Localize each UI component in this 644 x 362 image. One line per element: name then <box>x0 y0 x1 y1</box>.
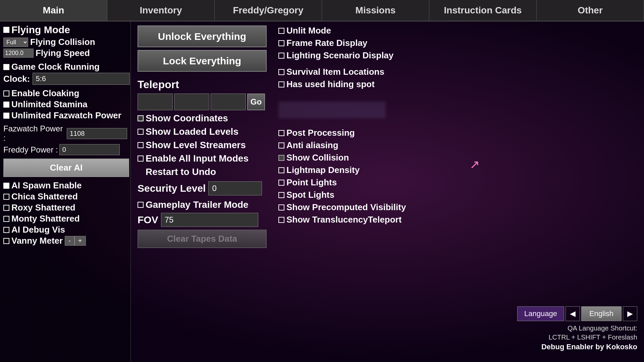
gameplay-trailer-checkbox[interactable] <box>138 202 144 208</box>
middle-panel: Unlock Everything Lock Everything Telepo… <box>131 21 272 362</box>
lock-everything-button[interactable]: Lock Everything <box>138 50 267 72</box>
roxy-shattered-checkbox[interactable] <box>3 205 9 211</box>
debug-credit: Debug Enabler by Kokosko <box>278 343 637 351</box>
show-collision-row: Show Collision <box>278 153 637 163</box>
restart-to-undo-row: Restart to Undo <box>138 167 265 177</box>
flying-collision-row: Full None Half Flying Collision <box>3 37 127 47</box>
chica-shattered-checkbox[interactable] <box>3 194 9 200</box>
tab-freddy-gregory[interactable]: Freddy/Gregory <box>215 0 322 21</box>
language-next-button[interactable]: ▶ <box>623 306 637 321</box>
game-clock-row: Game Clock Running <box>3 62 127 72</box>
lightmap-density-checkbox[interactable] <box>278 167 284 173</box>
frame-rate-checkbox[interactable] <box>278 40 284 46</box>
monty-shattered-checkbox[interactable] <box>3 216 9 222</box>
nav-tabs: Main Inventory Freddy/Gregory Missions I… <box>0 0 644 21</box>
anti-aliasing-row: Anti aliasing <box>278 140 637 150</box>
enable-all-input-row: Enable All Input Modes <box>138 153 265 164</box>
survival-item-row: Survival Item Locations <box>278 67 637 77</box>
tab-inventory[interactable]: Inventory <box>107 0 215 21</box>
unlimited-stamina-checkbox[interactable] <box>3 102 9 108</box>
unlimited-stamina-row: Unlimited Stamina <box>3 99 127 110</box>
ai-debug-row: AI Debug Vis <box>3 225 127 235</box>
clear-ai-button[interactable]: Clear AI <box>3 159 129 177</box>
qa-shortcut-keys: LCTRL + LSHIFT + Foreslash <box>278 334 637 341</box>
game-clock-checkbox[interactable] <box>3 64 9 70</box>
has-used-hiding-checkbox[interactable] <box>278 81 284 87</box>
flying-collision-select[interactable]: Full None Half <box>3 38 28 47</box>
fazwatch-power-row: Fazwatch Power : <box>3 124 127 143</box>
teleport-z-input[interactable] <box>211 94 246 110</box>
enable-all-input-checkbox[interactable] <box>138 156 144 162</box>
show-level-streamers-checkbox[interactable] <box>138 142 144 148</box>
language-display: English <box>581 306 622 321</box>
vanny-minus-button[interactable]: - <box>65 236 74 246</box>
language-label-btn: Language <box>517 306 564 321</box>
show-translucency-checkbox[interactable] <box>278 217 284 223</box>
language-prev-button[interactable]: ◀ <box>566 306 580 321</box>
clear-tapes-button[interactable]: Clear Tapes Data <box>138 230 267 248</box>
tab-instruction-cards[interactable]: Instruction Cards <box>429 0 537 21</box>
fazwatch-power-input[interactable] <box>67 128 127 139</box>
teleport-y-input[interactable] <box>174 94 209 110</box>
unlimited-fazwatch-checkbox[interactable] <box>3 113 9 119</box>
point-lights-row: Point Lights <box>278 177 637 188</box>
unlock-everything-button[interactable]: Unlock Everything <box>138 25 267 47</box>
spot-lights-row: Spot Lights <box>278 190 637 200</box>
teleport-inputs: Go <box>138 94 265 110</box>
teleport-go-button[interactable]: Go <box>247 94 265 110</box>
enable-cloaking-row: Enable Cloaking <box>3 88 127 99</box>
clock-row: Clock: <box>3 73 127 85</box>
flying-mode-checkbox[interactable] <box>3 27 9 33</box>
fov-input[interactable] <box>161 213 258 227</box>
show-loaded-levels-checkbox[interactable] <box>138 129 144 135</box>
right-panel: Unlit Mode Frame Rate Display Lighting S… <box>272 21 644 362</box>
post-processing-checkbox[interactable] <box>278 130 284 136</box>
teleport-label: Teleport <box>138 78 265 91</box>
tab-main[interactable]: Main <box>0 0 107 21</box>
main-content: Flying Mode Full None Half Flying Collis… <box>0 21 644 362</box>
freddy-power-input[interactable] <box>59 144 120 155</box>
fov-row: FOV <box>138 213 265 227</box>
has-used-hiding-row: Has used hiding spot <box>278 79 637 89</box>
freddy-power-row: Freddy Power : <box>3 144 127 155</box>
flying-speed-row: Flying Speed <box>3 48 127 58</box>
show-coordinates-row: Show Coordinates <box>138 113 265 124</box>
vanny-plus-button[interactable]: + <box>74 236 86 246</box>
lighting-scenario-checkbox[interactable] <box>278 53 284 59</box>
spot-lights-checkbox[interactable] <box>278 192 284 198</box>
security-level-input[interactable] <box>208 181 262 195</box>
show-precomputed-checkbox[interactable] <box>278 204 284 210</box>
lighting-scenario-row: Lighting Scenario Display <box>278 50 637 61</box>
survival-item-checkbox[interactable] <box>278 69 284 75</box>
show-loaded-levels-row: Show Loaded Levels <box>138 126 265 137</box>
unlit-mode-row: Unlit Mode <box>278 25 637 36</box>
vanny-meter-checkbox[interactable] <box>3 238 9 244</box>
flying-mode-row: Flying Mode <box>3 24 127 36</box>
flying-speed-input[interactable] <box>3 49 34 58</box>
unlit-mode-checkbox[interactable] <box>278 28 284 34</box>
show-coordinates-checkbox[interactable] <box>138 115 144 121</box>
clock-input[interactable] <box>33 73 130 85</box>
teleport-section: Teleport Go <box>138 78 265 110</box>
show-collision-checkbox[interactable] <box>278 155 284 161</box>
cloaking-checkbox[interactable] <box>3 90 9 97</box>
teleport-x-input[interactable] <box>138 94 173 110</box>
ai-debug-checkbox[interactable] <box>3 227 9 233</box>
tab-missions[interactable]: Missions <box>322 0 429 21</box>
post-processing-row: Post Processing <box>278 128 637 138</box>
show-level-streamers-row: Show Level Streamers <box>138 140 265 150</box>
monty-shattered-row: Monty Shattered <box>3 214 127 224</box>
ai-spawn-checkbox[interactable] <box>3 183 9 189</box>
ai-spawn-row: AI Spawn Enable <box>3 180 127 191</box>
chica-shattered-row: Chica Shattered <box>3 191 127 202</box>
security-level-row: Security Level <box>138 181 265 195</box>
point-lights-checkbox[interactable] <box>278 180 284 186</box>
anti-aliasing-checkbox[interactable] <box>278 142 284 148</box>
vanny-meter-row: Vanny Meter - + <box>3 236 127 246</box>
lightmap-density-row: Lightmap Density <box>278 165 637 175</box>
qa-shortcut-label: QA Language Shortcut: <box>278 324 637 332</box>
frame-rate-row: Frame Rate Display <box>278 38 637 48</box>
tab-other[interactable]: Other <box>537 0 644 21</box>
show-precomputed-row: Show Precomputed Visibility <box>278 202 637 213</box>
unlimited-fazwatch-row: Unlimited Fazwatch Power <box>3 110 127 121</box>
